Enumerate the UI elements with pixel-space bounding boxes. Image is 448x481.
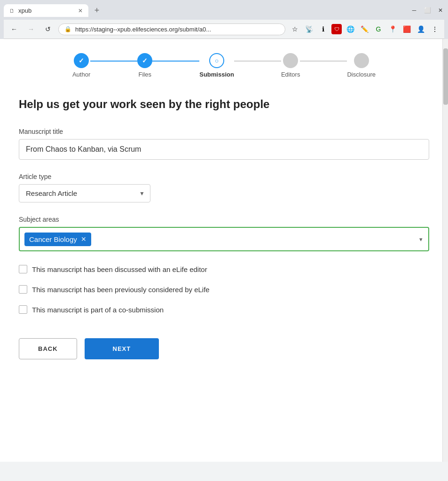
manuscript-title-input[interactable] [19,139,429,160]
scrollbar[interactable] [442,39,448,462]
forward-button[interactable]: → [24,23,38,36]
browser-toolbar: ← → ↺ 🔒 https://staging--xpub.elifescien… [4,20,444,39]
step-author: ✓ Author [72,53,90,78]
step-submission-label: Submission [199,71,234,78]
subject-areas-dropdown-icon: ▾ [419,236,423,243]
extension-icon-6[interactable]: 🟥 [401,23,412,35]
connector-1 [90,61,137,62]
star-icon[interactable]: ☆ [289,23,300,35]
connector-4 [300,61,347,62]
subject-areas-group: Subject areas Cancer Biology ✕ ▾ [19,216,429,251]
checkbox-group-3: This manuscript is part of a co-submissi… [19,305,429,315]
extension-icon-2[interactable]: 🌐 [345,23,356,35]
url-text: https://staging--xpub.elifesciences.org/… [75,26,279,33]
article-type-label: Article type [19,173,429,180]
refresh-button[interactable]: ↺ [41,23,55,36]
extension-icon-5[interactable]: 📍 [387,23,398,35]
checkbox-group-1: This manuscript has been discussed with … [19,264,429,274]
subject-areas-input[interactable]: Cancer Biology ✕ ▾ [19,227,429,251]
extension-icon-1[interactable]: 🛡 [331,24,342,34]
extension-icon-4[interactable]: G [373,23,384,35]
lock-icon: 🔒 [64,26,71,32]
subject-areas-label: Subject areas [19,216,429,223]
extension-icon-3[interactable]: ✏️ [359,23,370,35]
toolbar-icons: ☆ 📡 ℹ 🛡 🌐 ✏️ G 📍 🟥 👤 ⋮ [289,23,440,35]
tab-close-button[interactable]: ✕ [78,8,83,14]
button-row: BACK NEXT [19,338,429,359]
article-type-select-wrapper: Research Article Short Report Tools and … [19,184,150,202]
step-files-circle: ✓ [137,53,152,68]
step-editors-circle [283,53,298,68]
article-type-select[interactable]: Research Article Short Report Tools and … [19,184,150,202]
step-disclosure-label: Disclosure [347,71,376,78]
back-button[interactable]: BACK [19,338,77,359]
step-author-circle: ✓ [74,53,89,68]
manuscript-title-label: Manuscript title [19,128,429,135]
step-author-label: Author [72,71,90,78]
back-button[interactable]: ← [8,23,21,36]
discussed-with-editor-checkbox[interactable] [19,265,27,273]
browser-chrome: 🗋 xpub ✕ + ─ ⬜ ✕ ← → ↺ 🔒 https://staging… [0,0,448,39]
window-controls: ─ ⬜ ✕ [410,7,444,14]
tag-remove-button[interactable]: ✕ [81,235,86,243]
previously-considered-checkbox[interactable] [19,285,27,294]
progress-stepper: ✓ Author ✓ Files ○ Submission Editors Di… [19,53,429,78]
address-bar[interactable]: 🔒 https://staging--xpub.elifesciences.or… [58,23,285,35]
info-icon[interactable]: ℹ [317,23,329,35]
step-editors: Editors [281,53,300,78]
co-submission-label: This manuscript is part of a co-submissi… [32,305,164,315]
co-submission-checkbox[interactable] [19,305,27,314]
step-editors-label: Editors [281,71,300,78]
previously-considered-label: This manuscript has been previously cons… [32,285,210,295]
checkbox-group-2: This manuscript has been previously cons… [19,285,429,295]
next-button[interactable]: NEXT [85,338,159,359]
manuscript-title-group: Manuscript title [19,128,429,160]
tab-bar: 🗋 xpub ✕ + [4,4,103,17]
page-title: Help us get your work seen by the right … [19,97,429,111]
step-submission: ○ Submission [199,53,234,78]
article-type-group: Article type Research Article Short Repo… [19,173,429,202]
step-files-label: Files [139,71,151,78]
title-bar: 🗋 xpub ✕ + ─ ⬜ ✕ [4,4,444,17]
step-submission-circle: ○ [209,53,224,68]
minimize-button[interactable]: ─ [410,7,418,14]
subject-tag-cancer-biology: Cancer Biology ✕ [24,233,91,246]
active-tab[interactable]: 🗋 xpub ✕ [4,4,88,17]
step-files: ✓ Files [137,53,152,78]
page-content: ✓ Author ✓ Files ○ Submission Editors Di… [0,39,448,462]
step-disclosure-circle [354,53,369,68]
menu-icon[interactable]: ⋮ [429,23,440,35]
connector-2 [152,61,199,62]
tag-label: Cancer Biology [29,235,77,243]
close-button[interactable]: ✕ [437,7,444,14]
tab-title: xpub [18,7,31,14]
tab-page-icon: 🗋 [9,8,15,14]
new-tab-button[interactable]: + [90,4,103,17]
cast-icon[interactable]: 📡 [303,23,314,35]
scrollbar-thumb[interactable] [443,48,448,105]
profile-icon[interactable]: 👤 [415,23,426,35]
maximize-button[interactable]: ⬜ [424,7,431,14]
discussed-with-editor-label: This manuscript has been discussed with … [32,264,207,274]
connector-3 [234,61,281,62]
step-disclosure: Disclosure [347,53,376,78]
